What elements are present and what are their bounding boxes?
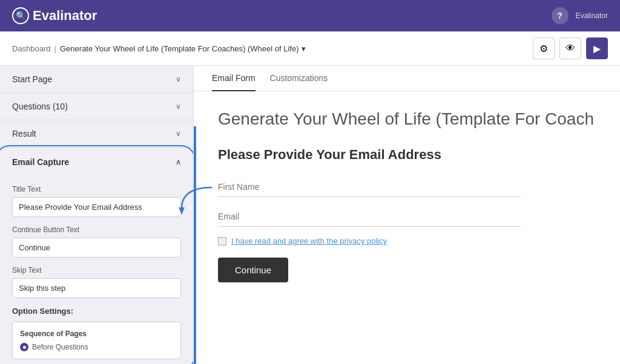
email-field[interactable]	[218, 207, 521, 227]
breadcrumb-dropdown-icon[interactable]: ▾	[302, 44, 306, 53]
logo-icon: 🔍	[12, 7, 29, 24]
tab-customizations[interactable]: Customizations	[270, 66, 328, 91]
title-text-group: Title Text	[12, 185, 181, 217]
publish-icon: ▶	[593, 43, 601, 54]
privacy-link[interactable]: I have read and agree with the privacy p…	[231, 236, 387, 245]
sidebar-questions-label: Questions (10)	[12, 102, 68, 111]
skip-text-label: Skip Text	[12, 266, 181, 275]
breadcrumb-dashboard[interactable]: Dashboard	[12, 44, 51, 53]
sidebar-result-label: Result	[12, 129, 36, 138]
user-label: Evalinator	[576, 11, 608, 20]
email-form-preview-title: Please Provide Your Email Address	[218, 147, 521, 163]
sidebar-section-start-page: Start Page ∨	[0, 66, 193, 93]
sidebar: Start Page ∨ Questions (10) ∨ Result ∨ E…	[0, 66, 194, 364]
breadcrumb-actions: ⚙ 👁 ▶	[533, 37, 608, 59]
settings-icon: ⚙	[539, 43, 548, 54]
chevron-down-icon: ∨	[176, 75, 181, 83]
main-layout: Start Page ∨ Questions (10) ∨ Result ∨ E…	[0, 66, 620, 364]
first-name-field[interactable]	[218, 177, 521, 197]
before-questions-label: Before Questions	[32, 343, 88, 351]
header-right: ? Evalinator	[552, 7, 608, 24]
sidebar-email-capture-header[interactable]: Email Capture ∧	[0, 149, 193, 175]
preview-icon: 👁	[566, 43, 575, 54]
radio-dot-icon	[20, 343, 28, 351]
continue-button-group: Continue Button Text	[12, 226, 181, 258]
privacy-checkbox[interactable]	[218, 237, 226, 245]
app-logo: 🔍 Evalinator	[12, 7, 97, 24]
main-content: Email Form Customizations Generate Your …	[194, 66, 620, 364]
preview-button[interactable]: 👁	[559, 37, 581, 59]
sidebar-email-capture-content: Title Text Continue Button Text Skip Tex…	[0, 175, 193, 364]
breadcrumb: Dashboard | Generate Your Wheel of Life …	[0, 31, 620, 66]
title-text-input[interactable]	[12, 197, 181, 217]
breadcrumb-current-page: Generate Your Wheel of Life (Template Fo…	[60, 44, 306, 53]
help-button[interactable]: ?	[552, 7, 569, 24]
breadcrumb-separator: |	[54, 44, 56, 53]
continue-button-label: Continue Button Text	[12, 226, 181, 234]
sequence-title: Sequence of Pages	[20, 330, 173, 338]
preview-area: Generate Your Wheel of Life (Template Fo…	[194, 91, 620, 301]
sidebar-questions-header[interactable]: Questions (10) ∨	[0, 93, 193, 120]
skip-text-group: Skip Text	[12, 266, 181, 298]
option-settings-label: Option Settings:	[12, 307, 181, 316]
sequence-box: Sequence of Pages Before Questions	[12, 322, 181, 359]
before-questions-option[interactable]: Before Questions	[20, 343, 173, 351]
tab-email-form[interactable]: Email Form	[212, 66, 256, 91]
publish-button[interactable]: ▶	[586, 37, 608, 59]
sidebar-start-page-label: Start Page	[12, 74, 52, 84]
tabs-bar: Email Form Customizations	[194, 66, 620, 91]
sidebar-start-page-header[interactable]: Start Page ∨	[0, 66, 193, 93]
sidebar-email-capture-label: Email Capture	[12, 157, 69, 167]
title-text-label: Title Text	[12, 185, 181, 193]
skip-text-input[interactable]	[12, 278, 181, 298]
chevron-down-icon: ∨	[176, 102, 181, 111]
preview-title: Generate Your Wheel of Life (Template Fo…	[218, 109, 596, 129]
app-header: 🔍 Evalinator ? Evalinator	[0, 0, 620, 31]
logo-text: Evalinator	[33, 8, 97, 24]
sidebar-section-questions: Questions (10) ∨	[0, 93, 193, 120]
chevron-down-icon: ∨	[176, 129, 181, 138]
continue-button-input[interactable]	[12, 238, 181, 258]
sidebar-result-header[interactable]: Result ∨	[0, 120, 193, 147]
continue-button[interactable]: Continue	[218, 258, 288, 282]
sidebar-section-email-capture: Email Capture ∧ Title Text Continue Butt…	[0, 148, 193, 364]
privacy-row: I have read and agree with the privacy p…	[218, 236, 521, 245]
chevron-up-icon: ∧	[176, 158, 181, 166]
sidebar-accent-bar	[194, 126, 196, 364]
sidebar-section-result: Result ∨	[0, 120, 193, 148]
settings-button[interactable]: ⚙	[533, 37, 555, 59]
email-form-preview: Please Provide Your Email Address I have…	[218, 147, 521, 282]
